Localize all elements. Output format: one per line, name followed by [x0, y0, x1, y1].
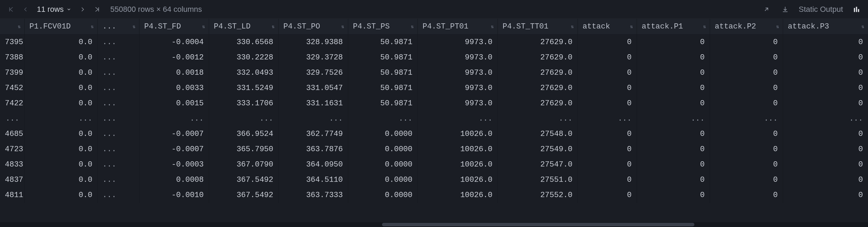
- table-row[interactable]: 73880.0...-0.0012330.2228329.372850.9871…: [0, 50, 868, 65]
- table-cell: 4811: [0, 188, 24, 203]
- table-cell: 10026.0: [417, 142, 497, 157]
- scrollbar-thumb[interactable]: [382, 223, 694, 226]
- column-header[interactable]: attack.P3⇅: [783, 19, 868, 35]
- table-row[interactable]: 48370.0...0.0008367.5492364.51100.000010…: [0, 172, 868, 188]
- table-cell: 0: [783, 142, 868, 157]
- column-header[interactable]: P4.ST_FD⇅: [139, 19, 209, 35]
- table-cell: 10026.0: [417, 188, 497, 203]
- table-cell: -0.0012: [139, 50, 209, 65]
- static-output-toggle[interactable]: Static Output: [799, 5, 843, 14]
- table-cell: ...: [97, 188, 139, 203]
- column-header[interactable]: attack.P1⇅: [637, 19, 710, 35]
- table-cell: ...: [97, 96, 139, 111]
- table-cell: 4723: [0, 142, 24, 157]
- table-cell: ...: [97, 127, 139, 142]
- column-header[interactable]: P1.FCV01D⇅: [24, 19, 97, 35]
- table-cell: 0: [637, 50, 710, 65]
- table-cell: 7395: [0, 35, 24, 50]
- table-row[interactable]: 73990.0...0.0018332.0493329.752650.98719…: [0, 65, 868, 81]
- table-cell: 9973.0: [417, 50, 497, 65]
- table-cell: 0: [637, 172, 710, 188]
- svg-rect-4: [856, 7, 857, 12]
- table-cell: 0.0000: [348, 127, 417, 142]
- table-cell: 50.9871: [348, 50, 417, 65]
- download-icon: [782, 6, 789, 13]
- table-cell: 27629.0: [497, 96, 578, 111]
- table-cell: 0: [578, 157, 637, 172]
- table-cell: 9973.0: [417, 96, 497, 111]
- table-body: 73950.0...-0.0004330.6568328.938850.9871…: [0, 35, 868, 203]
- table-cell: ...: [97, 111, 139, 127]
- table-header-row: ⇅ P1.FCV01D⇅ ...⇅ P4.ST_FD⇅ P4.ST_LD⇅ P4…: [0, 19, 868, 35]
- data-table-wrapper: ⇅ P1.FCV01D⇅ ...⇅ P4.ST_FD⇅ P4.ST_LD⇅ P4…: [0, 19, 868, 222]
- column-header[interactable]: ...⇅: [97, 19, 139, 35]
- table-cell: 0.0: [24, 188, 97, 203]
- table-cell: 0: [578, 127, 637, 142]
- svg-line-2: [765, 8, 768, 10]
- table-cell: 0.0: [24, 157, 97, 172]
- table-cell: ...: [497, 111, 578, 127]
- column-header[interactable]: P4.ST_TT01⇅: [497, 19, 578, 35]
- table-row[interactable]: 46850.0...-0.0007366.9524362.77490.00001…: [0, 127, 868, 142]
- table-cell: 0: [578, 96, 637, 111]
- page-first-button[interactable]: [6, 5, 16, 14]
- layout-button[interactable]: [851, 4, 862, 15]
- table-cell: 0.0: [24, 142, 97, 157]
- table-cell: 0.0: [24, 35, 97, 50]
- popout-button[interactable]: [761, 4, 772, 15]
- table-cell: 0: [578, 50, 637, 65]
- table-cell: 0.0033: [139, 81, 209, 96]
- download-button[interactable]: [780, 4, 790, 15]
- column-header[interactable]: P4.ST_PS⇅: [348, 19, 417, 35]
- chevron-down-icon: [66, 7, 71, 12]
- sort-icon: ⇅: [18, 24, 21, 29]
- page-last-button[interactable]: [92, 5, 102, 14]
- table-cell: 0: [578, 81, 637, 96]
- table-cell: 364.5110: [278, 172, 348, 188]
- table-cell: 0: [783, 81, 868, 96]
- table-row[interactable]: 74220.0...0.0015333.1706331.163150.98719…: [0, 96, 868, 111]
- arrow-up-right-icon: [763, 6, 770, 13]
- table-cell: 9973.0: [417, 81, 497, 96]
- table-cell: 7422: [0, 96, 24, 111]
- table-cell: 0: [783, 65, 868, 81]
- table-cell: 7388: [0, 50, 24, 65]
- table-cell: ...: [97, 81, 139, 96]
- rows-dropdown[interactable]: 11 rows: [35, 5, 73, 14]
- table-cell: 27548.0: [497, 127, 578, 142]
- table-row[interactable]: 48330.0...-0.0003367.0790364.09500.00001…: [0, 157, 868, 172]
- sort-icon: ⇅: [703, 24, 706, 29]
- table-cell: 0: [637, 65, 710, 81]
- table-cell: 7452: [0, 81, 24, 96]
- dimensions-label: 550800 rows × 64 columns: [110, 5, 202, 14]
- table-cell: 0.0: [24, 96, 97, 111]
- column-header[interactable]: P4.ST_LD⇅: [209, 19, 278, 35]
- table-row[interactable]: 73950.0...-0.0004330.6568328.938850.9871…: [0, 35, 868, 50]
- table-row[interactable]: 48110.0...-0.0010367.5492363.73330.00001…: [0, 188, 868, 203]
- table-cell: 328.9388: [278, 35, 348, 50]
- rows-dropdown-label: 11 rows: [37, 5, 64, 14]
- table-row[interactable]: 47230.0...-0.0007365.7950363.78760.00001…: [0, 142, 868, 157]
- table-cell: 0: [710, 96, 783, 111]
- table-cell: ...: [97, 157, 139, 172]
- table-cell: 0: [578, 172, 637, 188]
- table-cell: 332.0493: [209, 65, 278, 81]
- table-cell: 27547.0: [497, 157, 578, 172]
- table-cell: 27551.0: [497, 172, 578, 188]
- horizontal-scrollbar[interactable]: [0, 222, 868, 227]
- column-header[interactable]: P4.ST_PO⇅: [278, 19, 348, 35]
- column-header[interactable]: ⇅: [0, 19, 24, 35]
- table-cell: 0: [710, 81, 783, 96]
- table-cell: 0: [578, 142, 637, 157]
- table-cell: 27629.0: [497, 65, 578, 81]
- table-cell: 4837: [0, 172, 24, 188]
- page-next-button[interactable]: [78, 5, 87, 14]
- column-header[interactable]: attack.P2⇅: [710, 19, 783, 35]
- column-header[interactable]: P4.ST_PT01⇅: [417, 19, 497, 35]
- table-cell: 0: [783, 157, 868, 172]
- sort-icon: ⇅: [861, 24, 864, 29]
- table-row[interactable]: 74520.0...0.0033331.5249331.054750.98719…: [0, 81, 868, 96]
- column-header[interactable]: attack⇅: [578, 19, 637, 35]
- table-row[interactable]: .......................................: [0, 111, 868, 127]
- page-prev-button[interactable]: [21, 5, 31, 14]
